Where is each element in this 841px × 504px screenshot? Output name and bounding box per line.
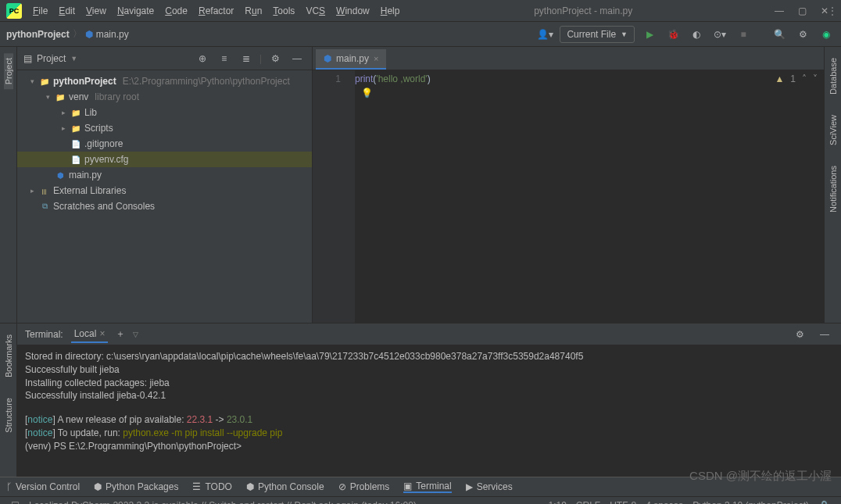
panel-title[interactable]: Project	[37, 53, 66, 64]
terminal-hide-icon[interactable]: —	[816, 326, 833, 343]
project-tree[interactable]: ▾📁 pythonProject E:\2.Programming\Python…	[17, 70, 312, 323]
tab-terminal[interactable]: ▣Terminal	[403, 481, 451, 493]
inspection-widget[interactable]: ▲ 1 ˄ ˅	[775, 73, 818, 84]
line-separator[interactable]: CRLF	[576, 500, 600, 505]
profile-button[interactable]: ⊙▾	[711, 26, 728, 43]
tab-close-icon[interactable]: ×	[99, 328, 105, 339]
tree-venv[interactable]: ▾📁 venv library root	[17, 89, 312, 105]
menu-run[interactable]: Run	[240, 2, 267, 20]
terminal-body[interactable]: Stored in directory: c:\users\ryan\appda…	[17, 345, 841, 477]
tree-scratch-label: Scratches and Consoles	[53, 201, 155, 212]
term-line: [notice] A new release of pip available:…	[25, 413, 833, 427]
term-line: [notice] To update, run: python.exe -m p…	[25, 427, 833, 440]
terminal-settings-icon[interactable]: ⚙	[791, 326, 808, 343]
run-button[interactable]: ▶	[641, 26, 658, 43]
bookmarks-tool-tab[interactable]: Bookmarks	[4, 330, 13, 382]
select-opened-icon[interactable]: ⊕	[194, 50, 211, 67]
breadcrumb-root[interactable]: pythonProject	[6, 29, 70, 40]
tab-problems[interactable]: ⊘Problems	[338, 481, 390, 492]
debug-button[interactable]: 🐞	[664, 26, 682, 43]
run-config-label: Current File	[567, 29, 616, 40]
collapse-all-icon[interactable]: ≣	[238, 50, 255, 67]
event-log-icon[interactable]: ☐	[11, 500, 20, 505]
chevron-down-icon[interactable]: ▼	[70, 55, 77, 63]
notifications-tool-tab[interactable]: Notifications	[828, 161, 838, 217]
menu-code[interactable]: Code	[160, 2, 192, 20]
tree-lib[interactable]: ▸📁 Lib	[17, 105, 312, 120]
expand-all-icon[interactable]: ≡	[216, 50, 233, 67]
database-tool-tab[interactable]: Database	[828, 53, 838, 99]
terminal-dropdown-icon[interactable]: ▽	[133, 331, 138, 338]
terminal-tab-local[interactable]: Local ×	[71, 326, 109, 343]
tree-pyvenv-label: pyvenv.cfg	[84, 154, 128, 165]
maximize-button[interactable]: ▢	[798, 5, 807, 16]
indent-settings[interactable]: 4 spaces	[646, 500, 683, 505]
file-encoding[interactable]: UTF-8	[610, 500, 636, 505]
panel-settings-icon[interactable]: ⚙	[267, 50, 284, 67]
breadcrumb-file[interactable]: main.py	[96, 29, 129, 40]
tree-external-libraries[interactable]: ▸⫼ External Libraries	[17, 183, 312, 198]
stop-button[interactable]: ■	[735, 26, 752, 43]
editor-more-icon[interactable]: ⋮	[827, 5, 838, 17]
tree-mainpy-label: main.py	[69, 170, 102, 181]
chevron-down-icon: ▼	[621, 30, 628, 38]
right-tool-stripe: Database SciView Notifications	[824, 47, 841, 323]
status-message[interactable]: Localized PyCharm 2022.3.2 is available …	[29, 500, 417, 505]
menu-help[interactable]: Help	[376, 2, 405, 20]
tab-services[interactable]: ▶Services	[466, 481, 513, 492]
menu-edit[interactable]: Edit	[54, 2, 80, 20]
settings-icon[interactable]: ⚙	[794, 26, 811, 43]
tree-root-label: pythonProject	[53, 76, 116, 87]
term-line: Successfully built jieba	[25, 363, 833, 377]
search-icon[interactable]: 🔍	[771, 26, 788, 43]
panel-hide-icon[interactable]: —	[288, 50, 306, 67]
tree-mainpy[interactable]: ⬢ main.py	[17, 167, 312, 183]
menu-tools[interactable]: Tools	[268, 2, 299, 20]
run-coverage-button[interactable]: ◐	[688, 26, 705, 43]
jetbrains-icon[interactable]: ◉	[818, 26, 835, 43]
menu-file[interactable]: File	[28, 2, 52, 20]
lock-icon[interactable]: 🔒	[818, 500, 830, 505]
menu-vcs[interactable]: VCS	[301, 2, 330, 20]
tab-close-icon[interactable]: ×	[374, 54, 378, 63]
menu-view[interactable]: View	[81, 2, 111, 20]
menu-refactor[interactable]: Refactor	[194, 2, 238, 20]
project-tool-tab[interactable]: Project	[4, 53, 13, 89]
cursor-position[interactable]: 1:19	[549, 500, 567, 505]
terminal-title: Terminal:	[25, 329, 63, 340]
tree-scratches[interactable]: ⧉ Scratches and Consoles	[17, 198, 312, 214]
editor-tab-mainpy[interactable]: ⬢ main.py ×	[316, 49, 386, 70]
tree-scripts[interactable]: ▸📁 Scripts	[17, 120, 312, 136]
nav-down-icon[interactable]: ˅	[813, 73, 818, 84]
warning-count: 1	[790, 73, 796, 84]
nav-up-icon[interactable]: ˄	[802, 73, 807, 84]
tree-gitignore[interactable]: 📄 .gitignore	[17, 136, 312, 152]
menu-window[interactable]: Window	[331, 2, 374, 20]
tab-todo[interactable]: ☰TODO	[192, 481, 231, 492]
minimize-button[interactable]: ―	[775, 5, 784, 16]
menu-navigate[interactable]: Navigate	[113, 2, 159, 20]
sciview-tool-tab[interactable]: SciView	[828, 110, 838, 150]
structure-tool-tab[interactable]: Structure	[4, 393, 13, 438]
terminal-tab-label: Local	[74, 328, 97, 339]
user-icon[interactable]: 👤▾	[536, 26, 553, 43]
code-area[interactable]: print('hello ,world') 💡 ▲ 1 ˄ ˅	[355, 70, 824, 323]
run-configuration-selector[interactable]: Current File ▼	[560, 26, 635, 43]
tree-root-path: E:\2.Programming\Python\pythonProject	[123, 76, 290, 87]
python-interpreter[interactable]: Python 3.10 (pythonProject)	[692, 500, 809, 505]
line-number: 1	[313, 73, 341, 84]
editor-body[interactable]: 1 print('hello ,world') 💡 ▲ 1 ˄ ˅	[313, 70, 824, 323]
term-line: Installing collected packages: jieba	[25, 377, 833, 390]
tree-venv-hint: library root	[95, 91, 139, 102]
tab-python-packages[interactable]: ⬢Python Packages	[94, 481, 178, 492]
pycharm-icon: PC	[6, 3, 22, 19]
left-tool-stripe: Project	[0, 47, 17, 323]
terminal-icon: ▣	[403, 481, 412, 491]
tree-pyvenv[interactable]: 📄 pyvenv.cfg	[17, 152, 312, 167]
intention-bulb-icon[interactable]: 💡	[361, 88, 373, 98]
tab-version-control[interactable]: ᚴVersion Control	[6, 481, 80, 492]
tree-root[interactable]: ▾📁 pythonProject E:\2.Programming\Python…	[17, 73, 312, 89]
breadcrumb-separator: 〉	[73, 27, 82, 41]
tab-python-console[interactable]: ⬢Python Console	[246, 481, 324, 492]
new-session-icon[interactable]: ＋	[116, 327, 125, 341]
